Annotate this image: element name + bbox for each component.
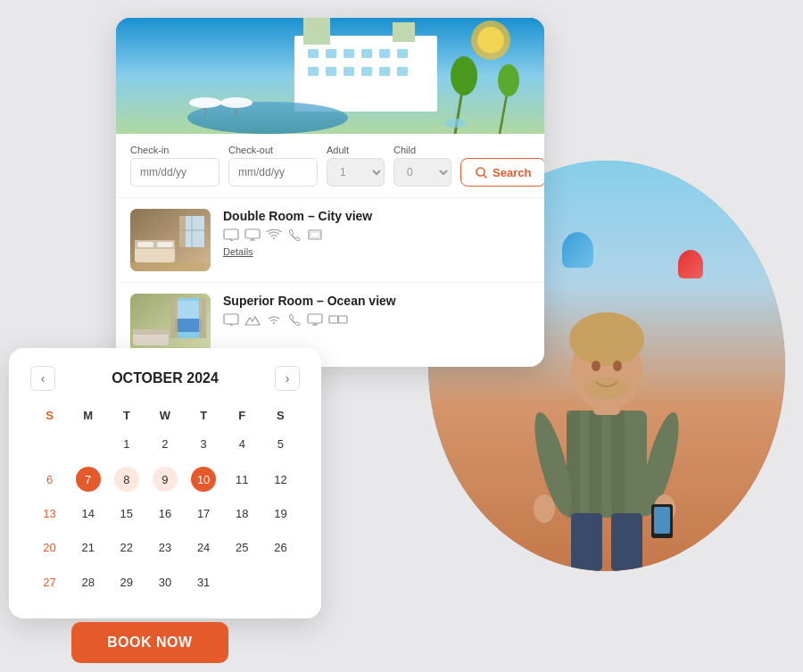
checkin-input[interactable]	[130, 158, 219, 187]
room-info: Double Room – City view	[223, 209, 530, 271]
svg-point-47	[476, 168, 484, 176]
svg-point-42	[498, 64, 519, 96]
book-now-button[interactable]: BOOK NOW	[71, 622, 228, 663]
svg-rect-9	[654, 507, 670, 534]
svg-rect-61	[245, 229, 260, 238]
calendar-day[interactable]: 25	[223, 530, 261, 564]
svg-rect-80	[329, 316, 338, 323]
search-icon	[476, 167, 487, 178]
svg-rect-20	[303, 18, 330, 45]
svg-rect-3	[611, 411, 625, 518]
calendar-day[interactable]: 14	[69, 496, 107, 530]
balloon-icon	[678, 250, 703, 278]
room-amenities	[223, 228, 530, 241]
svg-rect-73	[133, 329, 169, 335]
calendar-day[interactable]: 28	[69, 564, 107, 601]
calendar-day[interactable]: 7	[69, 462, 107, 496]
calendar-day[interactable]: 12	[261, 462, 300, 496]
room-title: Double Room – City view	[223, 209, 530, 223]
svg-point-13	[592, 361, 600, 371]
calendar-day[interactable]: 27	[30, 564, 69, 601]
extra-icon	[328, 313, 348, 326]
checkout-group: Check-out	[228, 145, 318, 187]
svg-point-14	[613, 361, 622, 371]
svg-rect-28	[308, 67, 319, 76]
calendar-day[interactable]: 16	[145, 496, 184, 530]
room-details-link[interactable]: Details	[223, 246, 530, 257]
svg-rect-16	[571, 513, 602, 571]
adult-label: Adult	[327, 145, 385, 155]
calendar-day[interactable]: 11	[223, 462, 261, 496]
calendar-card: ‹ OCTOBER 2024 › S M T W T F S 123456789…	[9, 348, 321, 618]
svg-point-38	[220, 97, 252, 108]
calendar-day[interactable]: 30	[145, 564, 184, 601]
calendar-day	[223, 564, 261, 601]
svg-rect-33	[397, 67, 408, 76]
svg-rect-57	[157, 242, 173, 247]
phone-icon	[287, 228, 302, 241]
day-header-tue: T	[107, 405, 145, 426]
calendar-prev-button[interactable]: ‹	[30, 366, 55, 391]
room-list: Double Room – City view	[116, 197, 544, 367]
calendar-day[interactable]: 31	[185, 564, 223, 601]
room-info: Superior Room – Ocean view	[223, 294, 530, 356]
calendar-day[interactable]: 17	[185, 496, 223, 530]
calendar-day[interactable]: 9	[145, 462, 184, 496]
svg-rect-2	[589, 411, 602, 518]
calendar-day[interactable]: 8	[107, 462, 145, 496]
calendar-day[interactable]: 21	[69, 530, 107, 564]
child-select[interactable]: 012	[393, 158, 451, 187]
calendar-next-button[interactable]: ›	[275, 366, 300, 391]
svg-rect-26	[379, 49, 390, 58]
svg-rect-29	[326, 67, 336, 76]
tv-icon	[223, 228, 239, 241]
calendar-day	[30, 426, 69, 462]
calendar-day[interactable]: 6	[30, 462, 69, 496]
calendar-month-title: OCTOBER 2024	[112, 370, 219, 386]
calendar-day[interactable]: 23	[145, 530, 184, 564]
child-group: Child 012	[393, 145, 451, 187]
svg-rect-25	[361, 49, 372, 58]
calendar-day[interactable]: 22	[107, 530, 145, 564]
calendar-day[interactable]: 24	[185, 530, 223, 564]
calendar-day[interactable]: 1	[107, 426, 145, 462]
calendar-day	[261, 564, 300, 601]
svg-rect-32	[379, 67, 390, 76]
svg-rect-17	[611, 513, 642, 571]
calendar-day[interactable]: 18	[223, 496, 261, 530]
calendar-day[interactable]: 19	[261, 496, 300, 530]
calendar-day	[69, 426, 107, 462]
calendar-day[interactable]: 20	[30, 530, 69, 564]
checkout-input[interactable]	[228, 158, 318, 187]
calendar-day[interactable]: 2	[145, 426, 184, 462]
svg-line-48	[484, 175, 487, 178]
day-header-sun: S	[30, 405, 69, 426]
checkin-group: Check-in	[130, 145, 219, 187]
calendar-day[interactable]: 13	[30, 496, 69, 530]
calendar-day[interactable]: 3	[185, 426, 223, 462]
search-button[interactable]: Search	[460, 158, 544, 187]
svg-point-43	[444, 119, 466, 128]
calendar-day[interactable]: 26	[261, 530, 300, 564]
svg-rect-30	[344, 67, 354, 76]
calendar-day[interactable]: 10	[185, 462, 223, 496]
person-silhouette	[517, 286, 696, 571]
svg-rect-81	[338, 316, 347, 323]
svg-rect-27	[397, 49, 408, 58]
svg-point-36	[189, 97, 221, 108]
hotel-image	[116, 18, 544, 134]
calendar-week-row: 20212223242526	[30, 530, 300, 564]
calendar-day[interactable]: 15	[107, 496, 145, 530]
calendar-day[interactable]: 29	[107, 564, 145, 601]
adult-select[interactable]: 1234	[327, 158, 385, 187]
checkout-label: Check-out	[228, 145, 318, 155]
monitor-icon	[244, 228, 261, 241]
day-header-sat: S	[261, 405, 300, 426]
svg-rect-24	[344, 49, 354, 58]
calendar-day[interactable]: 5	[261, 426, 300, 462]
wifi-icon	[266, 313, 282, 326]
calendar-day[interactable]: 4	[223, 426, 261, 462]
balloon-icon	[562, 232, 593, 268]
room-title: Superior Room – Ocean view	[223, 294, 530, 308]
calendar-week-row: 13141516171819	[30, 496, 300, 530]
